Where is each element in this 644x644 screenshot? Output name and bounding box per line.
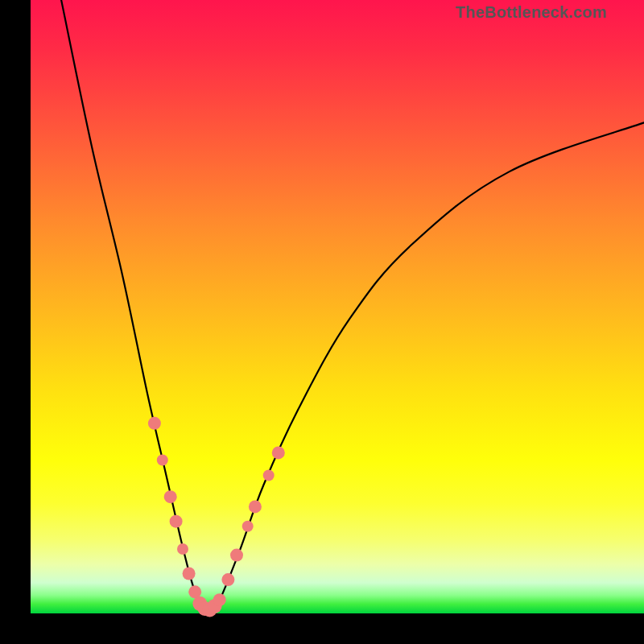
marker-group bbox=[148, 417, 285, 617]
plot-area: TheBottleneck.com bbox=[31, 0, 644, 613]
data-point-marker bbox=[230, 549, 243, 562]
chart-svg bbox=[31, 0, 644, 613]
data-point-marker bbox=[221, 573, 234, 586]
data-point-marker bbox=[148, 417, 161, 430]
data-point-marker bbox=[164, 490, 177, 503]
data-point-marker bbox=[249, 500, 262, 513]
data-point-marker bbox=[242, 521, 254, 532]
data-point-marker bbox=[157, 455, 168, 466]
data-point-marker bbox=[213, 593, 226, 606]
data-point-marker bbox=[263, 470, 275, 481]
bottleneck-curve bbox=[61, 0, 644, 612]
data-point-marker bbox=[183, 568, 196, 580]
data-point-marker bbox=[272, 446, 285, 459]
data-point-marker bbox=[170, 515, 183, 528]
data-point-marker bbox=[177, 543, 188, 555]
